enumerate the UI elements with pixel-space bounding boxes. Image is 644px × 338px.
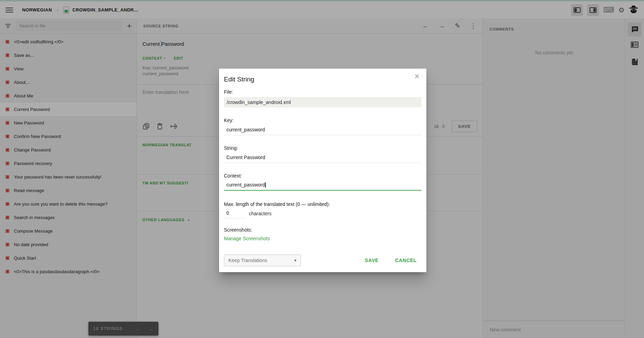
file-field: /crowdin_sample_android.xml (224, 97, 421, 107)
chevron-down-icon: ▾ (294, 258, 296, 263)
keep-translations-select[interactable]: Keep Translations ▾ (224, 254, 301, 266)
context-field[interactable]: current_password (224, 181, 421, 191)
string-label: String: (224, 145, 421, 151)
text-cursor (265, 182, 266, 188)
key-label: Key: (224, 118, 421, 123)
screenshots-label: Screenshots: (224, 227, 421, 233)
key-field[interactable]: current_password (224, 125, 421, 135)
edit-string-modal: Edit String ✕ File: /crowdin_sample_andr… (219, 69, 426, 272)
string-field[interactable]: Current Password (224, 153, 421, 163)
context-label: Context: (224, 173, 421, 179)
max-length-input[interactable] (224, 209, 246, 218)
max-length-unit: characters (249, 211, 271, 218)
modal-cancel-button[interactable]: CANCEL (395, 258, 417, 263)
modal-save-button[interactable]: SAVE (365, 258, 379, 263)
max-length-label: Max. length of the translated text (0 — … (224, 201, 421, 207)
file-label: File: (224, 89, 421, 95)
modal-title: Edit String (224, 76, 421, 83)
manage-screenshots-link[interactable]: Manage Screenshots (224, 236, 421, 241)
close-icon[interactable]: ✕ (414, 73, 420, 80)
